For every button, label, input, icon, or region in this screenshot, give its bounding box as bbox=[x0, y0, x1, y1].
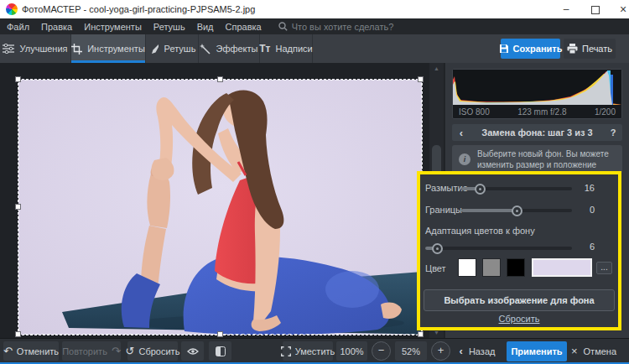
print-button[interactable]: Печать bbox=[564, 39, 616, 59]
tab-label: Ретушь bbox=[164, 44, 196, 54]
crop-icon bbox=[71, 44, 82, 55]
zoom-100-button[interactable]: 100% bbox=[336, 341, 367, 361]
back-chevron-icon: ‹ bbox=[460, 345, 463, 357]
swatch-white[interactable] bbox=[458, 258, 476, 277]
yoga-photo bbox=[18, 80, 422, 335]
save-icon bbox=[499, 44, 509, 54]
save-label: Сохранить bbox=[513, 44, 563, 54]
cancel-x-icon: × bbox=[571, 345, 578, 357]
undo-button[interactable]: ↶ Отменить bbox=[3, 341, 59, 361]
minimize-button[interactable]: – bbox=[554, 0, 579, 18]
compare-icon bbox=[216, 346, 226, 356]
info-icon: i bbox=[459, 153, 470, 165]
undo-label: Отменить bbox=[17, 346, 59, 356]
back-button[interactable]: ‹ Назад bbox=[455, 341, 499, 361]
magic-wand-icon bbox=[200, 44, 211, 55]
tab-label: Эффекты bbox=[216, 44, 257, 54]
swatch-current-lavender[interactable] bbox=[532, 258, 592, 277]
blur-value: 16 bbox=[561, 183, 595, 193]
menu-file[interactable]: Файл bbox=[7, 22, 29, 32]
color-adaptation-slider-thumb[interactable] bbox=[432, 243, 443, 254]
scroll-up-icon[interactable]: ▲ bbox=[429, 63, 444, 74]
zoom-out-button[interactable]: − bbox=[372, 341, 391, 361]
back-label: Назад bbox=[469, 346, 496, 356]
save-button[interactable]: Сохранить bbox=[501, 39, 560, 59]
sliders-icon bbox=[3, 44, 14, 54]
borders-label: Границы bbox=[425, 205, 462, 215]
app-window: ФотоМАСТЕР - cool-yoga-girl-practicing-P… bbox=[0, 0, 629, 364]
tab-tools[interactable]: Инструменты bbox=[71, 34, 146, 63]
selection-handle[interactable] bbox=[15, 331, 21, 337]
panel-title: Замена фона: шаг 3 из 3 bbox=[470, 127, 604, 138]
selection-handle[interactable] bbox=[217, 331, 223, 337]
shutter-value: 1/200 bbox=[595, 107, 616, 117]
histogram-box: ISO 800 123 mm f/2.8 1/200 bbox=[452, 69, 622, 119]
lens-value: 123 mm f/2.8 bbox=[517, 107, 566, 117]
help-icon[interactable]: ? bbox=[604, 127, 622, 138]
fit-button[interactable]: Уместить bbox=[283, 341, 333, 361]
menu-tools[interactable]: Инструменты bbox=[84, 22, 142, 32]
color-label: Цвет bbox=[425, 263, 446, 273]
tab-captions[interactable]: Тт Надписи bbox=[260, 34, 313, 63]
window-title: ФотоМАСТЕР - cool-yoga-girl-practicing-P… bbox=[22, 0, 255, 18]
tab-enhancements[interactable]: Улучшения bbox=[0, 34, 71, 63]
iso-value: ISO 800 bbox=[459, 107, 490, 117]
before-after-button[interactable] bbox=[209, 341, 231, 361]
zoom-level[interactable]: 52% bbox=[395, 341, 427, 361]
selection-handle[interactable] bbox=[418, 76, 424, 82]
maximize-button[interactable] bbox=[583, 0, 608, 18]
menu-edit[interactable]: Правка bbox=[41, 22, 72, 32]
apply-button[interactable]: Применить bbox=[507, 341, 567, 361]
cancel-button[interactable]: × Отмена bbox=[569, 341, 618, 361]
close-button[interactable]: × bbox=[611, 0, 629, 18]
selection-handle[interactable] bbox=[418, 331, 424, 337]
eye-icon bbox=[187, 347, 199, 356]
selection-handle[interactable] bbox=[15, 76, 21, 82]
tab-label: Улучшения bbox=[19, 44, 67, 54]
selection-handle[interactable] bbox=[15, 204, 21, 210]
panel-header: ‹ Замена фона: шаг 3 из 3 ? bbox=[452, 124, 622, 141]
color-adaptation-label: Адаптация цветов к фону bbox=[425, 226, 535, 236]
tab-effects[interactable]: Эффекты bbox=[199, 34, 260, 63]
selection-handle[interactable] bbox=[217, 76, 223, 82]
search-icon bbox=[278, 22, 288, 31]
color-adaptation-slider[interactable] bbox=[425, 247, 572, 250]
color-adaptation-value: 6 bbox=[561, 242, 595, 252]
reset-link[interactable]: Сбросить bbox=[420, 314, 618, 324]
menu-view[interactable]: Вид bbox=[197, 22, 214, 32]
more-colors-button[interactable]: ... bbox=[596, 262, 612, 274]
background-options-card: Размытие 16 Границы 0 Адаптация цветов к… bbox=[417, 171, 621, 330]
swatch-gray[interactable] bbox=[482, 258, 501, 277]
maximize-icon bbox=[591, 6, 600, 14]
reset-label: Сбросить bbox=[139, 346, 180, 356]
search-placeholder: Что вы хотите сделать? bbox=[292, 22, 394, 32]
reset-icon: ↺ bbox=[126, 346, 135, 356]
app-logo-icon bbox=[6, 3, 18, 15]
bottom-toolbar: ↶ Отменить Повторить ↷ ↺ Сбросить Умести… bbox=[0, 338, 629, 362]
tab-retouch[interactable]: Ретушь bbox=[146, 34, 199, 63]
info-box: i Выберите новый фон. Вы можете изменить… bbox=[452, 145, 622, 174]
brush-icon bbox=[148, 44, 159, 55]
reset-button[interactable]: ↺ Сбросить bbox=[127, 341, 178, 361]
redo-button[interactable]: Повторить ↷ bbox=[62, 341, 121, 361]
title-bar: ФотоМАСТЕР - cool-yoga-girl-practicing-P… bbox=[0, 0, 629, 18]
printer-icon bbox=[567, 44, 578, 54]
menu-help[interactable]: Справка bbox=[226, 22, 262, 32]
cancel-label: Отмена bbox=[584, 346, 616, 356]
panel-back-icon[interactable]: ‹ bbox=[452, 127, 470, 139]
menu-retouch[interactable]: Ретушь bbox=[153, 22, 185, 32]
tab-label: Инструменты bbox=[87, 44, 145, 54]
borders-value: 0 bbox=[561, 205, 595, 215]
tab-label: Надписи bbox=[276, 44, 313, 54]
search-box[interactable]: Что вы хотите сделать? bbox=[278, 22, 394, 32]
zoom-in-button[interactable]: + bbox=[431, 341, 450, 361]
redo-icon: ↷ bbox=[112, 346, 121, 356]
preview-original-button[interactable] bbox=[181, 341, 204, 361]
print-label: Печать bbox=[582, 44, 612, 54]
borders-slider-thumb[interactable] bbox=[512, 205, 522, 216]
photo-preview[interactable] bbox=[18, 80, 422, 335]
choose-background-button[interactable]: Выбрать изображение для фона bbox=[424, 289, 615, 311]
blur-slider-thumb[interactable] bbox=[475, 184, 486, 195]
menu-bar: Файл Правка Инструменты Ретушь Вид Справ… bbox=[0, 18, 629, 34]
swatch-black[interactable] bbox=[507, 258, 525, 277]
